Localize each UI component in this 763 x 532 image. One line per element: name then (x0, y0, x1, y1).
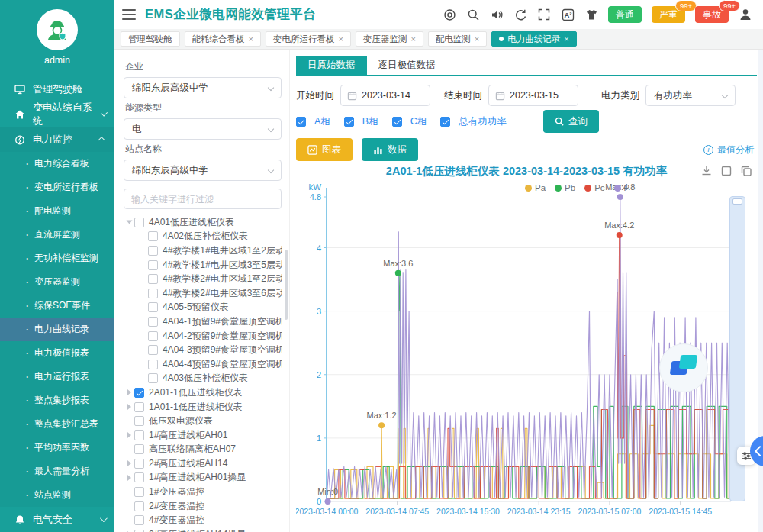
close-icon[interactable] (249, 34, 253, 44)
restore-icon[interactable] (720, 165, 732, 177)
tree-checkbox[interactable] (134, 487, 144, 497)
tree-item-4[interactable]: 4#教学楼2#电井区域1至2层动力仪表 (124, 272, 282, 286)
tree-checkbox[interactable] (148, 331, 158, 341)
tree-item-16[interactable]: 高压联络隔离柜AH07 (124, 443, 282, 457)
submenu-item-4[interactable]: 无功补偿柜监测 (0, 247, 114, 270)
tree-checkbox[interactable] (134, 388, 144, 398)
submenu-item-9[interactable]: 电力运行报表 (0, 365, 114, 389)
expand-arrow-icon[interactable] (124, 404, 134, 410)
tree-item-7[interactable]: 4A04-1预留9#食堂屋顶空调机组仪表 (124, 314, 282, 329)
close-icon[interactable] (564, 34, 568, 44)
tree-checkbox[interactable] (134, 444, 144, 454)
close-icon[interactable] (410, 34, 415, 44)
expand-arrow-icon[interactable] (124, 460, 134, 466)
open-tab-5[interactable]: 电力曲线记录 (491, 31, 576, 47)
tree-checkbox[interactable] (148, 246, 158, 256)
checkbox-icon[interactable] (344, 117, 354, 127)
submenu-item-6[interactable]: 综保SOE事件 (0, 294, 114, 318)
phase-checkbox-3[interactable]: 总有功功率 (440, 115, 507, 128)
phase-checkbox-0[interactable]: A相 (296, 115, 330, 128)
tree-item-19[interactable]: 1#变压器温控 (124, 485, 282, 499)
tree-checkbox[interactable] (148, 360, 158, 369)
tree-checkbox[interactable] (148, 289, 158, 298)
volume-icon[interactable] (490, 8, 504, 21)
expand-arrow-icon[interactable] (124, 389, 134, 395)
tree-item-22[interactable]: 2#高压进线柜AH14操显 (124, 527, 282, 532)
submenu-item-3[interactable]: 直流屏监测 (0, 223, 114, 247)
tree-checkbox[interactable] (134, 402, 144, 412)
tree-item-12[interactable]: 2A01-1低压进线柜仪表 (124, 385, 282, 400)
status-badge-accident[interactable]: 事故 99+ (695, 6, 729, 23)
tree-checkbox[interactable] (148, 231, 158, 241)
tree-checkbox[interactable] (148, 317, 158, 327)
theme-icon[interactable] (584, 8, 598, 21)
submenu-item-10[interactable]: 整点集抄报表 (0, 389, 114, 412)
tree-filter-input[interactable] (124, 189, 282, 209)
open-tab-1[interactable]: 能耗综合看板 (185, 31, 261, 47)
tree-item-3[interactable]: 4#教学楼1#电井区域3至5层动力仪表 (124, 258, 282, 272)
submenu-item-5[interactable]: 变压器监测 (0, 270, 114, 294)
expand-arrow-icon[interactable] (124, 219, 134, 225)
submenu-item-12[interactable]: 平均功率因数 (0, 436, 114, 459)
submenu-item-0[interactable]: 电力综合看板 (0, 152, 114, 176)
expand-arrow-icon[interactable] (124, 475, 134, 481)
expand-arrow-icon[interactable] (124, 432, 134, 438)
sidebar-item-1[interactable]: 变电站综自系统 (0, 102, 114, 127)
company-select[interactable]: 绵阳东辰高级中学 (124, 77, 282, 98)
tree-checkbox[interactable] (134, 218, 144, 227)
tree-item-10[interactable]: 4A04-4预留9#食堂屋顶空调机组仪表 (124, 357, 282, 372)
tree-item-18[interactable]: 1#高压进线柜AH01操显 (124, 471, 282, 485)
tree-item-14[interactable]: 低压双电源仪表 (124, 414, 282, 428)
max-analysis-link[interactable]: 最值分析 (703, 143, 754, 156)
power-type-select[interactable]: 有功功率 (645, 85, 736, 106)
submenu-item-7[interactable]: 电力曲线记录 (0, 318, 114, 341)
tree-item-17[interactable]: 2#高压进线柜AH14 (124, 456, 282, 471)
tree-checkbox[interactable] (134, 459, 144, 469)
font-size-icon[interactable]: A² (561, 8, 575, 21)
chart-view-button[interactable]: 图表 (296, 138, 353, 161)
phase-checkbox-2[interactable]: C相 (392, 115, 427, 128)
submenu-item-8[interactable]: 电力极值报表 (0, 341, 114, 365)
sidebar-item-3[interactable]: 电气安全 (0, 507, 114, 532)
tree-item-15[interactable]: 1#高压进线柜AH01 (124, 428, 282, 443)
tree-checkbox[interactable] (134, 501, 144, 511)
tree-checkbox[interactable] (134, 430, 144, 440)
target-icon[interactable] (443, 8, 456, 21)
tree-checkbox[interactable] (148, 260, 158, 270)
close-icon[interactable] (475, 34, 479, 44)
energy-type-select[interactable]: 电 (124, 118, 282, 140)
tree-item-1[interactable]: 4A02低压补偿柜仪表 (124, 230, 282, 244)
submenu-item-13[interactable]: 最大需量分析 (0, 459, 114, 483)
open-tab-2[interactable]: 变电所运行看板 (266, 31, 351, 47)
submenu-item-11[interactable]: 整点集抄汇总表 (0, 412, 114, 436)
refresh-icon[interactable] (513, 8, 527, 21)
phase-checkbox-1[interactable]: B相 (344, 115, 378, 128)
tree-checkbox[interactable] (148, 373, 158, 383)
tree-item-13[interactable]: 1A01-1低压进线柜仪表 (124, 400, 282, 414)
tree-checkbox[interactable] (148, 345, 158, 355)
tree-item-11[interactable]: 4A03低压补偿柜仪表 (124, 372, 282, 386)
checkbox-icon[interactable] (296, 117, 306, 127)
menu-toggle-icon[interactable] (122, 9, 136, 20)
tree-item-0[interactable]: 4A01低压进线柜仪表 (124, 215, 282, 230)
submenu-item-2[interactable]: 配电监测 (0, 199, 114, 223)
open-tab-0[interactable]: 管理驾驶舱 (121, 31, 180, 47)
tree-item-9[interactable]: 4A04-3预留9#食堂屋顶空调机组仪表 (124, 343, 282, 357)
fullscreen-icon[interactable] (537, 8, 551, 21)
end-date-input[interactable]: 2023-03-15 (488, 85, 578, 106)
close-icon[interactable] (338, 34, 343, 44)
tree-item-6[interactable]: 4A05-5预留仪表 (124, 301, 282, 315)
tree-checkbox[interactable] (148, 302, 158, 312)
submenu-item-1[interactable]: 变电所运行看板 (0, 176, 114, 199)
tree-item-21[interactable]: 4#变压器温控 (124, 513, 282, 527)
station-select[interactable]: 绵阳东辰高级中学 (124, 160, 282, 181)
status-badge-normal[interactable]: 普通 (608, 6, 642, 23)
checkbox-icon[interactable] (440, 117, 450, 127)
tree-scrollbar[interactable] (285, 250, 288, 320)
user-icon[interactable] (739, 8, 752, 21)
tab-daily-extreme-data[interactable]: 逐日极值数据 (367, 56, 447, 75)
tree-item-5[interactable]: 4#教学楼2#电井区域3至6层动力仪表 (124, 286, 282, 301)
tree-item-8[interactable]: 4A04-2预留9#食堂屋顶空调机组仪表 (124, 329, 282, 343)
start-date-input[interactable]: 2023-03-14 (340, 85, 430, 106)
status-badge-severe[interactable]: 严重 99+ (652, 6, 685, 23)
